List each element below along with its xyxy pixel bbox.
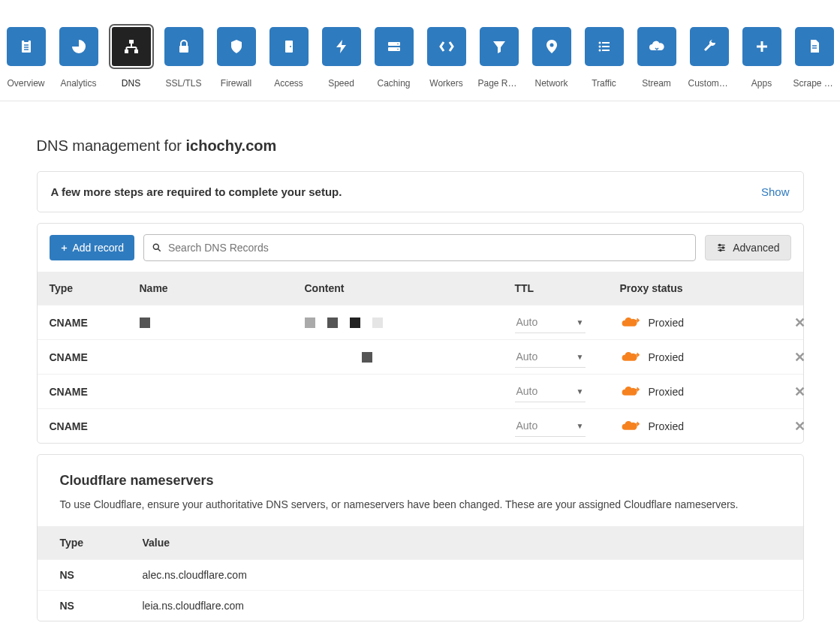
svg-point-20: [598, 42, 601, 44]
record-row[interactable]: CNAME Auto▼ Proxied ✕: [38, 374, 803, 408]
setup-show-link[interactable]: Show: [761, 185, 790, 198]
chevron-down-icon: ▼: [577, 387, 584, 396]
svg-point-22: [598, 46, 601, 48]
svg-point-37: [719, 244, 721, 245]
record-type: CNAME: [50, 317, 140, 329]
search-icon: [152, 242, 162, 253]
proxy-label: Proxied: [649, 420, 684, 432]
delete-record-button[interactable]: ✕: [785, 349, 815, 366]
nav-label: DNS: [122, 78, 140, 89]
svg-rect-13: [285, 41, 293, 53]
svg-point-18: [397, 49, 399, 50]
svg-rect-21: [602, 42, 610, 44]
ns-value: leia.ns.cloudflare.com: [143, 600, 781, 612]
nav-tab-network[interactable]: Network: [531, 27, 573, 89]
record-row[interactable]: CNAME Auto▼ Proxied ✕: [38, 408, 803, 443]
nav-tab-access[interactable]: Access: [268, 27, 310, 89]
nav-tab-customp[interactable]: Custom P…: [688, 27, 730, 89]
nav-tab-caching[interactable]: Caching: [373, 27, 415, 89]
nav-label: SSL/TLS: [165, 78, 201, 89]
record-type: CNAME: [50, 420, 140, 432]
svg-point-39: [720, 249, 721, 251]
nav-tab-dns[interactable]: DNS: [110, 27, 152, 89]
search-wrapper[interactable]: [143, 234, 696, 261]
ns-value: alec.ns.cloudflare.com: [143, 569, 781, 581]
chevron-down-icon: ▼: [577, 353, 584, 361]
svg-point-24: [598, 50, 601, 52]
svg-point-14: [290, 46, 291, 47]
pie-icon: [59, 27, 98, 66]
nav-tab-firewall[interactable]: Firewall: [215, 27, 257, 89]
nameservers-card: Cloudflare nameservers To use Cloudflare…: [37, 454, 804, 621]
record-row[interactable]: CNAME Auto▼ Proxied ✕: [38, 339, 803, 374]
nav-label: Scrape S…: [793, 78, 835, 89]
nav-tab-ssltls[interactable]: SSL/TLS: [163, 27, 205, 89]
funnel-icon: [480, 27, 519, 66]
svg-rect-1: [24, 39, 29, 42]
nameservers-desc: To use Cloudflare, ensure your authorita…: [60, 496, 781, 513]
record-row[interactable]: CNAME Auto▼ Proxied ✕: [38, 305, 803, 339]
nav-label: Analytics: [60, 78, 96, 89]
col-proxy: Proxy status: [620, 282, 785, 294]
nav-label: Caching: [377, 78, 410, 89]
add-record-button[interactable]: Add record: [50, 235, 134, 260]
record-type: CNAME: [50, 386, 140, 398]
svg-point-19: [549, 44, 553, 47]
nav-tab-apps[interactable]: Apps: [741, 27, 783, 89]
proxy-label: Proxied: [649, 317, 684, 329]
nav-tab-pagerules[interactable]: Page Rules: [478, 27, 520, 89]
page-title-domain: ichochy.com: [185, 137, 276, 154]
door-icon: [269, 27, 309, 66]
nameservers-title: Cloudflare nameservers: [60, 473, 781, 489]
nav-tab-scrapes[interactable]: Scrape S…: [793, 27, 835, 89]
record-proxy[interactable]: Proxied: [620, 317, 785, 329]
svg-rect-23: [602, 46, 610, 47]
brackets-icon: [427, 27, 466, 66]
svg-rect-6: [125, 50, 128, 53]
svg-point-32: [153, 244, 158, 249]
delete-record-button[interactable]: ✕: [785, 314, 815, 331]
col-name: Name: [140, 282, 305, 294]
record-ttl[interactable]: Auto▼: [515, 311, 620, 333]
ns-type: NS: [60, 569, 143, 581]
delete-record-button[interactable]: ✕: [785, 384, 815, 400]
nameservers-table-header: Type Value: [38, 526, 803, 559]
records-table-header: Type Name Content TTL Proxy status: [38, 272, 803, 305]
proxy-label: Proxied: [649, 351, 684, 363]
nav-tab-workers[interactable]: Workers: [426, 27, 468, 89]
advanced-button[interactable]: Advanced: [705, 235, 790, 260]
record-proxy[interactable]: Proxied: [620, 420, 785, 432]
search-input[interactable]: [162, 242, 688, 254]
nav-tab-traffic[interactable]: Traffic: [583, 27, 625, 89]
record-type: CNAME: [50, 351, 140, 363]
svg-rect-0: [22, 41, 31, 53]
nav-label: Firewall: [221, 78, 251, 89]
nav-tab-speed[interactable]: Speed: [321, 27, 363, 89]
record-ttl[interactable]: Auto▼: [515, 346, 620, 368]
ns-col-value: Value: [143, 537, 781, 549]
cloud-proxy-icon: [620, 386, 640, 398]
nav-tab-analytics[interactable]: Analytics: [58, 27, 100, 89]
nav-tab-stream[interactable]: Stream: [636, 27, 678, 89]
records-toolbar: Add record Advanced: [38, 224, 803, 272]
delete-record-button[interactable]: ✕: [785, 418, 815, 435]
clipboard-icon: [7, 27, 46, 66]
col-content: Content: [305, 282, 515, 294]
record-content: [305, 317, 515, 328]
nav-tab-overview[interactable]: Overview: [5, 27, 47, 89]
file-icon: [795, 27, 834, 66]
record-ttl[interactable]: Auto▼: [515, 381, 620, 402]
dns-records-card: Add record Advanced Type Name Content TT…: [37, 223, 804, 444]
record-proxy[interactable]: Proxied: [620, 351, 785, 363]
cloud-proxy-icon: [620, 420, 640, 432]
svg-rect-7: [134, 50, 138, 53]
record-ttl[interactable]: Auto▼: [515, 415, 620, 437]
setup-banner: A few more steps are required to complet…: [37, 171, 804, 212]
record-proxy[interactable]: Proxied: [620, 386, 785, 398]
nav-label: Custom P…: [688, 78, 730, 89]
advanced-label: Advanced: [733, 242, 779, 254]
svg-point-38: [722, 247, 724, 248]
nameservers-table-body: NS alec.ns.cloudflare.comNS leia.ns.clou…: [38, 559, 803, 621]
records-table-body: CNAME Auto▼ Proxied ✕ CNAME Auto▼ Proxie…: [38, 305, 803, 443]
nav-label: Access: [274, 78, 303, 89]
